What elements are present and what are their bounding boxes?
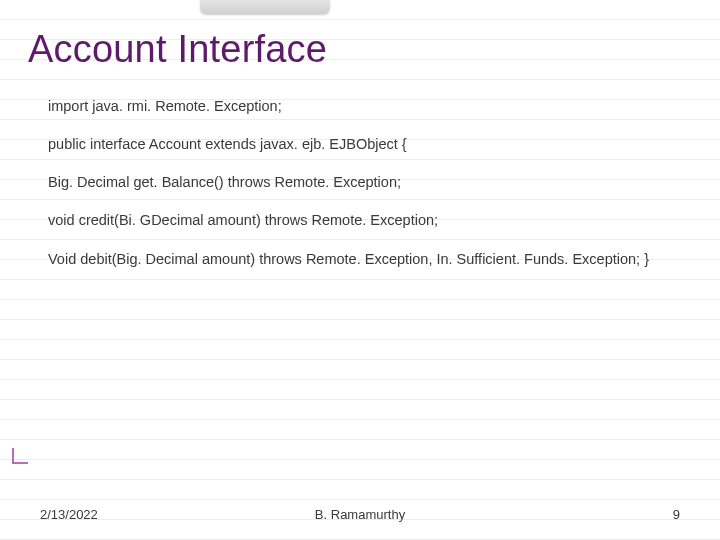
code-line: Big. Decimal get. Balance() throws Remot… bbox=[48, 173, 682, 191]
slide-body: import java. rmi. Remote. Exception; pub… bbox=[28, 97, 692, 268]
footer-date: 2/13/2022 bbox=[40, 507, 98, 522]
corner-decoration bbox=[12, 448, 28, 464]
code-line: void credit(Bi. GDecimal amount) throws … bbox=[48, 211, 682, 229]
slide-footer: 2/13/2022 B. Ramamurthy 9 bbox=[0, 507, 720, 522]
slide-container: Account Interface import java. rmi. Remo… bbox=[0, 0, 720, 540]
code-line: import java. rmi. Remote. Exception; bbox=[48, 97, 682, 115]
code-line: public interface Account extends javax. … bbox=[48, 135, 682, 153]
footer-page-number: 9 bbox=[673, 507, 680, 522]
footer-author: B. Ramamurthy bbox=[315, 507, 405, 522]
code-line: Void debit(Big. Decimal amount) throws R… bbox=[48, 250, 682, 268]
slide-title: Account Interface bbox=[28, 28, 692, 71]
